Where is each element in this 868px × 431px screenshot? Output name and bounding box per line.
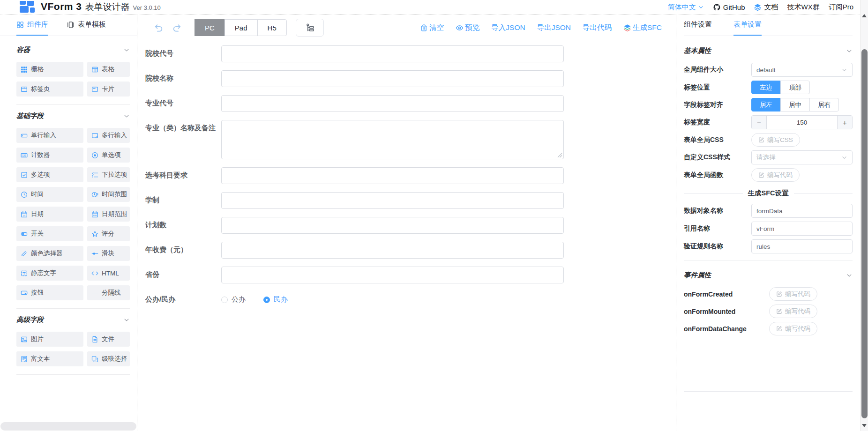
header-link[interactable]: GitHub: [713, 3, 745, 11]
write-code-button[interactable]: 编写代码: [769, 305, 817, 318]
form-field-row[interactable]: 学制: [145, 192, 564, 209]
widget-item[interactable]: 级联选择: [87, 351, 130, 366]
form-field-row[interactable]: 院校名称: [145, 70, 564, 87]
global-size-select[interactable]: default: [751, 63, 853, 77]
widget-item[interactable]: 日期范围: [87, 207, 130, 222]
toolbar-action[interactable]: 导入JSON: [491, 23, 525, 33]
scroll-up-arrow-icon[interactable]: [862, 14, 867, 17]
label-width-value[interactable]: 150: [767, 116, 837, 129]
toolbar-action[interactable]: 导出代码: [583, 23, 612, 33]
text-input[interactable]: [221, 192, 564, 209]
increase-button[interactable]: +: [837, 116, 852, 129]
section-header-basic-props[interactable]: 基本属性: [684, 46, 853, 55]
toolbar-action[interactable]: 清空: [420, 23, 444, 33]
resize-handle-icon[interactable]: [557, 153, 562, 158]
widget-item[interactable]: 时间范围: [87, 187, 130, 202]
section-header-event-props[interactable]: 事件属性: [684, 271, 853, 280]
tab-widget-library[interactable]: 组件库: [16, 15, 48, 36]
form-field-row[interactable]: 专业代号: [145, 95, 564, 112]
widget-item[interactable]: HTML: [87, 266, 130, 281]
device-button[interactable]: PC: [195, 19, 225, 36]
text-input[interactable]: [221, 70, 564, 87]
widget-item[interactable]: 富文本: [16, 351, 83, 366]
tab-form-templates[interactable]: 表单模板: [67, 15, 106, 36]
widget-item[interactable]: 单选项: [87, 148, 130, 163]
widget-item[interactable]: 颜色选择器: [16, 246, 83, 261]
form-field-row[interactable]: 专业（类）名称及备注: [145, 120, 564, 159]
vertical-scrollbar[interactable]: [860, 0, 868, 431]
write-css-button[interactable]: 编写CSS: [751, 133, 800, 147]
toolbar-action[interactable]: 生成SFC: [623, 23, 662, 33]
widget-item[interactable]: 多行输入: [87, 128, 130, 143]
redo-button[interactable]: [172, 22, 183, 33]
horizontal-scrollbar[interactable]: [0, 422, 136, 431]
text-input[interactable]: [221, 217, 564, 234]
toolbar-action[interactable]: 导出JSON: [537, 23, 571, 33]
radio-option[interactable]: 公办: [221, 295, 246, 304]
widget-item[interactable]: 卡片: [87, 82, 130, 97]
align-center-button[interactable]: 居中: [780, 98, 810, 111]
widget-item[interactable]: 滑块: [87, 246, 130, 261]
form-field-row[interactable]: 省份: [145, 267, 564, 283]
widget-item[interactable]: 时间: [16, 187, 83, 202]
text-input[interactable]: [221, 95, 564, 112]
section-header-advanced-fields[interactable]: 高级字段: [16, 315, 130, 324]
write-code-button[interactable]: 编写代码: [769, 322, 817, 335]
widget-item[interactable]: 按钮: [16, 285, 83, 300]
form-field-row[interactable]: 公办/民办 公办 民办: [145, 291, 564, 304]
widget-item[interactable]: 表格: [87, 62, 130, 77]
text-input[interactable]: [221, 167, 564, 184]
form-field-row[interactable]: 年收费（元）: [145, 242, 564, 259]
widget-item[interactable]: 多选项: [16, 167, 83, 182]
section-header-containers[interactable]: 容器: [16, 45, 130, 54]
undo-button[interactable]: [153, 22, 163, 33]
custom-css-select[interactable]: 请选择: [751, 150, 853, 164]
text-input[interactable]: [221, 242, 564, 259]
align-right-button[interactable]: 居右: [809, 98, 839, 111]
widget-item[interactable]: 单行输入: [16, 128, 83, 143]
widget-item[interactable]: 评分: [87, 226, 130, 241]
form-field-row[interactable]: 选考科目要求: [145, 167, 564, 184]
widget-item[interactable]: 栅格: [16, 62, 83, 77]
device-button[interactable]: Pad: [224, 19, 258, 36]
align-left-button[interactable]: 居左: [751, 98, 781, 111]
data-object-input[interactable]: formData: [751, 204, 853, 218]
node-tree-button[interactable]: [296, 19, 324, 37]
radio-option-selected[interactable]: 民办: [263, 295, 288, 304]
widget-item[interactable]: 标签页: [16, 82, 83, 97]
select-icon: [91, 171, 98, 178]
scrollbar-thumb[interactable]: [861, 49, 868, 418]
widget-item[interactable]: 分隔线: [87, 285, 130, 300]
decrease-button[interactable]: −: [752, 116, 767, 129]
ref-name-input[interactable]: vForm: [751, 222, 853, 236]
tab-widget-settings[interactable]: 组件设置: [684, 15, 712, 36]
device-button[interactable]: H5: [257, 19, 287, 36]
tab-form-settings[interactable]: 表单设置: [733, 15, 762, 36]
widget-item[interactable]: 下拉选项: [87, 167, 130, 182]
header-link[interactable]: 技术WX群: [787, 3, 819, 12]
widget-item[interactable]: 图片: [16, 332, 83, 347]
textarea-input[interactable]: [221, 120, 564, 159]
widget-item[interactable]: 开关: [16, 226, 83, 241]
scroll-down-arrow-icon[interactable]: [862, 424, 867, 427]
label-position-top[interactable]: 顶部: [780, 81, 810, 94]
section-header-basic-fields[interactable]: 基础字段: [16, 111, 130, 120]
toolbar-action[interactable]: 预览: [456, 23, 479, 33]
rules-name-input[interactable]: rules: [751, 239, 853, 253]
text-input[interactable]: [221, 45, 564, 62]
write-code-button[interactable]: 编写代码: [769, 287, 817, 301]
form-field-row[interactable]: 院校代号: [145, 45, 564, 62]
widget-item[interactable]: 123 计数器: [16, 148, 83, 163]
text-input[interactable]: [221, 267, 564, 283]
header-link[interactable]: 文档: [754, 3, 778, 12]
widget-item[interactable]: 19 日期: [16, 207, 83, 222]
widget-item[interactable]: 文件: [87, 332, 130, 347]
header-link[interactable]: 订阅Pro: [829, 3, 853, 12]
widget-item[interactable]: 静态文字: [16, 266, 83, 281]
label-position-left[interactable]: 左边: [751, 81, 781, 94]
language-selector[interactable]: 简体中文: [668, 3, 704, 12]
form-field-row[interactable]: 计划数: [145, 217, 564, 234]
trash-icon: [420, 24, 428, 32]
write-code-button[interactable]: 编写代码: [751, 168, 800, 182]
panel-bottom-border: [684, 391, 853, 392]
